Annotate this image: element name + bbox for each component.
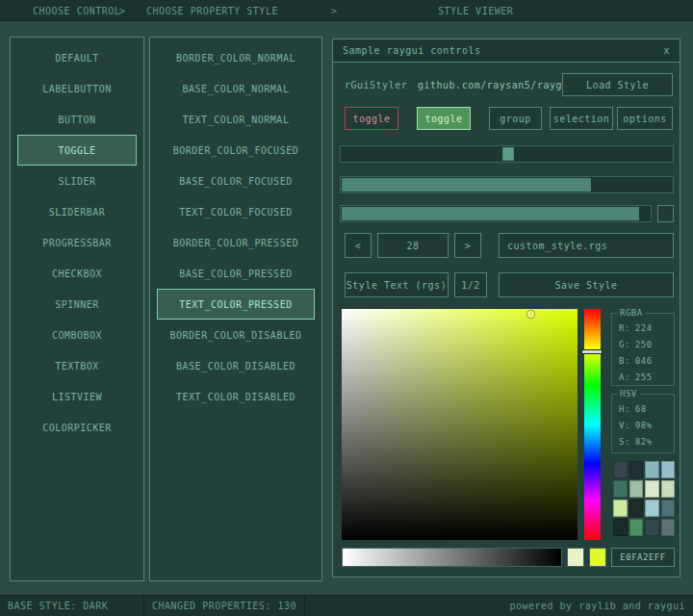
property-item-text-color-normal[interactable]: TEXT_COLOR_NORMAL: [157, 104, 315, 135]
palette-swatch[interactable]: [629, 500, 644, 517]
slider-bar-option-box[interactable]: [657, 205, 674, 222]
toggle-button-selection[interactable]: selection: [550, 107, 613, 130]
window-titlebar[interactable]: Sample raygui controls x: [333, 39, 680, 63]
section-label-choose-control: CHOOSE CONTROL: [33, 6, 120, 16]
palette-swatch[interactable]: [613, 461, 628, 478]
control-item-textbox[interactable]: TEXTBOX: [17, 350, 137, 381]
save-style-button[interactable]: Save Style: [499, 272, 674, 297]
slider-bar[interactable]: [340, 205, 652, 222]
value-gradient-bar[interactable]: [342, 548, 562, 567]
app-name-label: rGuiStyler: [345, 73, 407, 96]
palette-swatch[interactable]: [629, 461, 644, 478]
color-selector-dot[interactable]: [527, 311, 534, 318]
style-color-palette: [613, 461, 675, 536]
property-item-text-color-pressed[interactable]: TEXT_COLOR_PRESSED: [157, 289, 315, 320]
palette-swatch[interactable]: [661, 480, 676, 498]
load-style-button[interactable]: Load Style: [562, 73, 673, 96]
hue-bar[interactable]: [584, 309, 601, 540]
palette-swatch[interactable]: [661, 500, 676, 517]
palette-swatch[interactable]: [645, 500, 659, 517]
rgba-alpha-row: A:255: [612, 369, 674, 385]
spinner-decrease-button[interactable]: <: [345, 233, 372, 258]
toggle-button-active[interactable]: toggle: [417, 107, 471, 130]
property-item-text-color-disabled[interactable]: TEXT_COLOR_DISABLED: [157, 381, 315, 412]
page-indicator-button[interactable]: 1/2: [454, 272, 487, 297]
property-item-base-color-focused[interactable]: BASE_COLOR_FOCUSED: [157, 166, 315, 196]
control-item-combobox[interactable]: COMBOBOX: [17, 320, 137, 350]
control-item-spinner[interactable]: SPINNER: [17, 289, 137, 320]
palette-swatch[interactable]: [645, 480, 659, 498]
property-item-base-color-pressed[interactable]: BASE_COLOR_PRESSED: [157, 258, 315, 289]
spinner-value-field[interactable]: 28: [377, 233, 449, 258]
palette-swatch[interactable]: [629, 519, 644, 536]
slider[interactable]: [340, 145, 674, 163]
top-menu-bar: CHOOSE CONTROL > CHOOSE PROPERTY STYLE >…: [0, 0, 693, 21]
control-item-toggle[interactable]: TOGGLE: [17, 135, 137, 166]
control-item-default[interactable]: DEFAULT: [17, 42, 137, 73]
chevron-right-icon: >: [331, 6, 338, 16]
hue-handle[interactable]: [581, 349, 603, 354]
property-item-border-color-disabled[interactable]: BORDER_COLOR_DISABLED: [157, 320, 315, 350]
palette-swatch[interactable]: [613, 500, 628, 517]
toggle-button-edit[interactable]: toggle: [345, 107, 398, 130]
window-title: Sample raygui controls: [343, 45, 480, 56]
toggle-button-group[interactable]: group: [489, 107, 542, 130]
hsv-value-row: V:98%: [612, 417, 674, 433]
control-item-slider[interactable]: SLIDER: [17, 166, 137, 196]
control-item-checkbox[interactable]: CHECKBOX: [17, 258, 137, 289]
filename-textbox[interactable]: custom_style.rgs: [499, 233, 674, 258]
hex-color-field[interactable]: E0FA2EFF: [611, 548, 675, 567]
saturation-value-picker[interactable]: [342, 309, 578, 540]
rgba-red-row: R:224: [612, 320, 674, 336]
rgba-green-row: G:250: [612, 336, 674, 352]
palette-swatch[interactable]: [661, 519, 676, 536]
chevron-right-icon: >: [119, 6, 126, 16]
property-item-base-color-disabled[interactable]: BASE_COLOR_DISABLED: [157, 350, 315, 381]
style-viewer-window: Sample raygui controls x rGuiStyler gith…: [332, 38, 680, 578]
close-icon[interactable]: x: [663, 45, 670, 56]
rgba-group: RGBA R:224 G:250 B:046 A:255: [611, 313, 675, 386]
control-item-labelbutton[interactable]: LABELBUTTON: [17, 73, 137, 104]
rgba-blue-row: B:046: [612, 352, 674, 369]
property-item-border-color-pressed[interactable]: BORDER_COLOR_PRESSED: [157, 227, 315, 258]
section-label-choose-property-style: CHOOSE PROPERTY STYLE: [146, 6, 278, 16]
control-item-sliderbar[interactable]: SLIDERBAR: [17, 196, 137, 227]
slider-handle[interactable]: [502, 147, 514, 161]
property-list: BORDER_COLOR_NORMAL BASE_COLOR_NORMAL TE…: [150, 38, 321, 412]
palette-swatch[interactable]: [645, 519, 659, 536]
selected-color-swatch: [589, 548, 606, 567]
property-item-text-color-focused[interactable]: TEXT_COLOR_FOCUSED: [157, 196, 315, 227]
hsv-group: HSV H:68 V:98% S:82%: [611, 394, 675, 453]
hsv-saturation-row: S:82%: [612, 433, 674, 449]
hsv-hue-row: H:68: [612, 400, 674, 417]
status-base-style: BASE STYLE: DARK: [0, 596, 144, 616]
rguistyler-app: CHOOSE CONTROL > CHOOSE PROPERTY STYLE >…: [0, 0, 693, 616]
control-item-progressbar[interactable]: PROGRESSBAR: [17, 227, 137, 258]
alpha-preview-swatch: [567, 548, 584, 567]
control-item-button[interactable]: BUTTON: [17, 104, 137, 135]
property-list-panel: BORDER_COLOR_NORMAL BASE_COLOR_NORMAL TE…: [149, 37, 322, 581]
property-item-base-color-normal[interactable]: BASE_COLOR_NORMAL: [157, 73, 315, 104]
spinner-increase-button[interactable]: >: [454, 233, 481, 258]
hsv-group-title: HSV: [617, 389, 640, 398]
palette-swatch[interactable]: [613, 519, 628, 536]
rgba-group-title: RGBA: [617, 308, 646, 318]
palette-swatch[interactable]: [645, 461, 659, 478]
control-item-colorpicker[interactable]: COLORPICKER: [17, 412, 137, 443]
status-changed-properties: CHANGED PROPERTIES: 130: [144, 596, 305, 616]
control-item-listview[interactable]: LISTVIEW: [17, 381, 137, 412]
property-item-border-color-normal[interactable]: BORDER_COLOR_NORMAL: [157, 42, 315, 73]
control-list-panel: DEFAULT LABELBUTTON BUTTON TOGGLE SLIDER…: [10, 37, 144, 581]
palette-swatch[interactable]: [661, 461, 676, 478]
property-item-border-color-focused[interactable]: BORDER_COLOR_FOCUSED: [157, 135, 315, 166]
palette-swatch[interactable]: [629, 480, 644, 498]
status-bar: BASE STYLE: DARK CHANGED PROPERTIES: 130…: [0, 595, 693, 616]
progress-fill: [342, 178, 591, 192]
style-text-button[interactable]: Style Text (rgs): [345, 272, 449, 297]
control-list: DEFAULT LABELBUTTON BUTTON TOGGLE SLIDER…: [11, 38, 143, 443]
palette-swatch[interactable]: [613, 480, 628, 498]
status-powered-by: powered by raylib and raygui: [305, 601, 693, 611]
repo-link[interactable]: github.com/raysan5/raygui: [418, 73, 575, 96]
progress-bar: [340, 176, 674, 193]
toggle-button-options[interactable]: options: [617, 107, 673, 130]
